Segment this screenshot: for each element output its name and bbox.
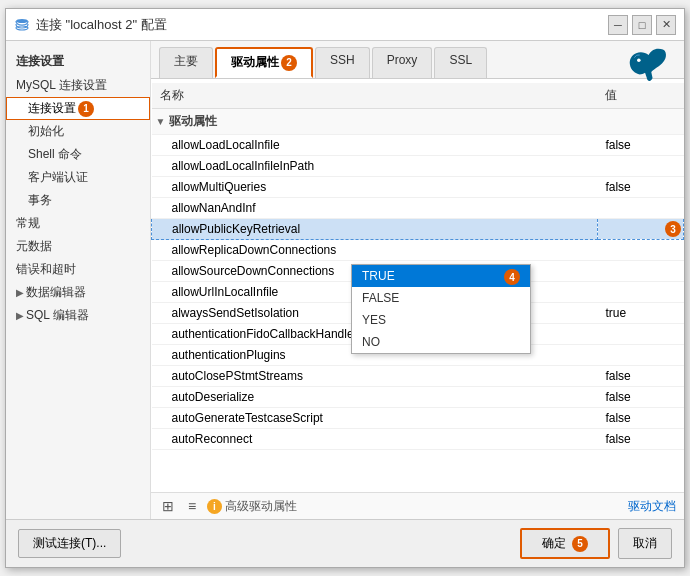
tab-ssl-label: SSL (449, 53, 472, 67)
dropdown-option-yes[interactable]: YES (352, 309, 530, 331)
prop-value-highlighted: 3 (597, 219, 683, 240)
tab-driver-props[interactable]: 驱动属性 2 (215, 47, 313, 78)
ok-button-label: 确定 (542, 535, 566, 552)
prop-value (597, 198, 683, 219)
tab-proxy[interactable]: Proxy (372, 47, 433, 78)
table-header-row: 名称 值 (152, 83, 684, 109)
table-row-highlighted[interactable]: allowPublicKeyRetrieval 3 (152, 219, 684, 240)
table-row[interactable]: allowLoadLocalInfileInPath (152, 156, 684, 177)
window-title: 连接 "localhost 2" 配置 (36, 16, 167, 34)
prop-value: true (597, 303, 683, 324)
prop-value (597, 240, 683, 261)
ok-button[interactable]: 确定 5 (520, 528, 610, 559)
badge-1: 1 (78, 101, 94, 117)
sidebar-item-init[interactable]: 初始化 (6, 120, 150, 143)
cancel-button[interactable]: 取消 (618, 528, 672, 559)
sidebar-item-error-timeout-label: 错误和超时 (16, 262, 76, 276)
sidebar-item-data-editor[interactable]: ▶ 数据编辑器 (6, 281, 150, 304)
prop-name: autoClosePStmtStreams (152, 366, 598, 387)
prop-name: autoGenerateTestcaseScript (152, 408, 598, 429)
tab-main[interactable]: 主要 (159, 47, 213, 78)
dropdown-option-no[interactable]: NO (352, 331, 530, 353)
svg-point-2 (637, 59, 641, 63)
prop-value: false (597, 387, 683, 408)
sidebar-item-client-auth[interactable]: 客户端认证 (6, 166, 150, 189)
svg-point-0 (16, 19, 28, 23)
sidebar-item-sql-editor[interactable]: ▶ SQL 编辑器 (6, 304, 150, 327)
sidebar-item-connection-settings[interactable]: 连接设置 1 (6, 97, 150, 120)
table-row[interactable]: autoClosePStmtStreams false (152, 366, 684, 387)
sidebar-item-metadata-label: 元数据 (16, 239, 52, 253)
properties-table-container[interactable]: 名称 值 ▼ 驱动属性 allowLoadLocalInfile false (151, 79, 684, 492)
prop-value: false (597, 177, 683, 198)
main-window: 连接 "localhost 2" 配置 ─ □ ✕ 连接设置 MySQL 连接设… (5, 8, 685, 568)
table-row[interactable]: autoReconnect false (152, 429, 684, 450)
close-button[interactable]: ✕ (656, 15, 676, 35)
sidebar-item-metadata[interactable]: 元数据 (6, 235, 150, 258)
dropdown-option-false[interactable]: FALSE (352, 287, 530, 309)
title-bar: 连接 "localhost 2" 配置 ─ □ ✕ (6, 9, 684, 41)
table-row[interactable]: allowLoadLocalInfile false (152, 135, 684, 156)
sidebar-item-init-label: 初始化 (28, 124, 64, 138)
table-row[interactable]: autoGenerateTestcaseScript false (152, 408, 684, 429)
maximize-button[interactable]: □ (632, 15, 652, 35)
prop-name: allowReplicaDownConnections (152, 240, 598, 261)
tab-ssh[interactable]: SSH (315, 47, 370, 78)
tab-ssl[interactable]: SSL (434, 47, 487, 78)
prop-name: autoDeserialize (152, 387, 598, 408)
filter-icon[interactable]: ⊞ (159, 497, 177, 515)
sort-icon[interactable]: ≡ (183, 497, 201, 515)
tab-main-label: 主要 (174, 54, 198, 68)
group-arrow-icon: ▼ (156, 116, 166, 127)
table-row[interactable]: autoDeserialize false (152, 387, 684, 408)
main-content: 连接设置 MySQL 连接设置 连接设置 1 初始化 Shell 命令 客户端认… (6, 41, 684, 519)
sidebar-item-data-editor-label: 数据编辑器 (26, 284, 86, 301)
prop-name: autoReconnect (152, 429, 598, 450)
table-row[interactable]: allowNanAndInf (152, 198, 684, 219)
minimize-button[interactable]: ─ (608, 15, 628, 35)
sidebar-item-tasks-label: 事务 (28, 193, 52, 207)
test-connect-button[interactable]: 测试连接(T)... (18, 529, 121, 558)
table-row[interactable]: allowReplicaDownConnections (152, 240, 684, 261)
sidebar-item-general-label: 常规 (16, 216, 40, 230)
docs-link[interactable]: 驱动文档 (628, 498, 676, 515)
sidebar-item-general[interactable]: 常规 (6, 212, 150, 235)
prop-value (597, 282, 683, 303)
sidebar-item-client-auth-label: 客户端认证 (28, 170, 88, 184)
prop-value: false (597, 135, 683, 156)
dropdown-option-true[interactable]: TRUE 4 (352, 265, 530, 287)
prop-value: false (597, 429, 683, 450)
title-bar-left: 连接 "localhost 2" 配置 (14, 16, 167, 34)
table-toolbar: ⊞ ≡ i 高级驱动属性 驱动文档 (151, 492, 684, 519)
db-icon (14, 17, 30, 33)
bottom-bar: 测试连接(T)... 确定 5 取消 (6, 519, 684, 567)
sidebar-mysql-label: MySQL 连接设置 (6, 74, 150, 97)
value-dropdown[interactable]: TRUE 4 FALSE YES NO (351, 264, 531, 354)
prop-name: allowLoadLocalInfile (152, 135, 598, 156)
dialog-buttons: 确定 5 取消 (520, 528, 672, 559)
sidebar-section-title: 连接设置 (6, 49, 150, 74)
tab-ssh-label: SSH (330, 53, 355, 67)
badge-3: 3 (665, 221, 681, 237)
info-icon: i (207, 499, 222, 514)
prop-value (597, 156, 683, 177)
sidebar-item-tasks[interactable]: 事务 (6, 189, 150, 212)
col-value-header: 值 (597, 83, 683, 109)
sidebar-item-sql-editor-label: SQL 编辑器 (26, 307, 89, 324)
prop-name: allowLoadLocalInfileInPath (152, 156, 598, 177)
prop-value (597, 324, 683, 345)
tab-proxy-label: Proxy (387, 53, 418, 67)
prop-name: allowMultiQueries (152, 177, 598, 198)
data-editor-arrow: ▶ (16, 287, 24, 298)
badge-4: 4 (504, 269, 520, 285)
advanced-props-label: 高级驱动属性 (225, 498, 297, 515)
sql-editor-arrow: ▶ (16, 310, 24, 321)
advanced-props-info: i 高级驱动属性 (207, 498, 297, 515)
table-row[interactable]: allowMultiQueries false (152, 177, 684, 198)
sidebar-item-error-timeout[interactable]: 错误和超时 (6, 258, 150, 281)
col-name-header: 名称 (152, 83, 598, 109)
prop-value: false (597, 408, 683, 429)
group-header-driver-props: ▼ 驱动属性 (152, 109, 684, 135)
prop-value (597, 345, 683, 366)
sidebar-item-shell-command[interactable]: Shell 命令 (6, 143, 150, 166)
